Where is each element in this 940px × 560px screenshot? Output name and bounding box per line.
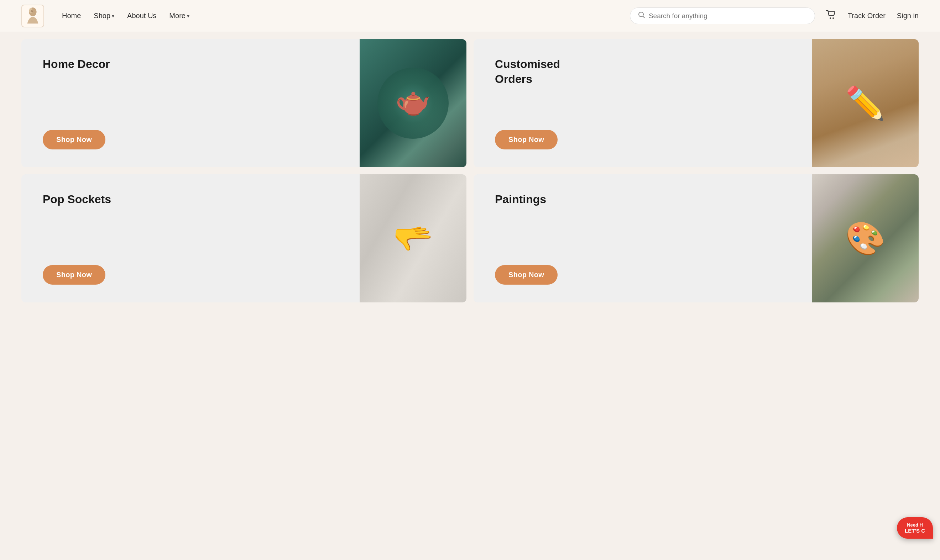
category-card-pop-sockets: Pop Sockets Shop Now [22, 174, 466, 302]
logo-box [22, 5, 44, 28]
svg-point-5 [830, 17, 831, 19]
search-bar[interactable] [630, 8, 815, 24]
card-title-pop-sockets: Pop Sockets [43, 192, 135, 207]
card-image-customised-orders [812, 39, 918, 167]
chat-widget-top-text: Need H [907, 522, 923, 528]
logo-svg [25, 7, 40, 25]
card-text-home-decor: Home Decor Shop Now [22, 39, 360, 167]
card-title-home-decor: Home Decor [43, 57, 135, 72]
main-content: Home Decor Shop Now Customised Orders Sh… [0, 32, 940, 317]
nav-links: Home Shop ▾ About Us More ▾ [62, 12, 619, 20]
nav-about[interactable]: About Us [127, 12, 156, 20]
card-title-paintings: Paintings [495, 192, 588, 207]
svg-line-4 [643, 16, 644, 18]
card-image-pop-sockets [360, 174, 466, 302]
chat-widget-bottom-text: LET'S C [905, 528, 925, 534]
svg-point-2 [31, 10, 33, 12]
card-text-paintings: Paintings Shop Now [474, 174, 812, 302]
svg-point-6 [832, 17, 834, 19]
navbar: Home Shop ▾ About Us More ▾ [0, 0, 940, 32]
category-card-customised-orders: Customised Orders Shop Now [474, 39, 918, 167]
shop-now-home-decor[interactable]: Shop Now [43, 130, 105, 149]
shop-now-paintings[interactable]: Shop Now [495, 265, 557, 285]
categories-grid: Home Decor Shop Now Customised Orders Sh… [22, 39, 918, 302]
nav-shop[interactable]: Shop ▾ [94, 12, 114, 20]
cart-icon[interactable] [826, 9, 837, 22]
card-title-customised-orders: Customised Orders [495, 57, 588, 86]
chat-widget[interactable]: Need H LET'S C [897, 517, 933, 538]
logo-area[interactable] [22, 5, 44, 28]
shop-now-pop-sockets[interactable]: Shop Now [43, 265, 105, 285]
card-image-home-decor [360, 39, 466, 167]
nav-right: Track Order Sign in [826, 9, 918, 22]
nav-home[interactable]: Home [62, 12, 81, 20]
track-order-link[interactable]: Track Order [848, 12, 886, 20]
card-image-paintings [812, 174, 918, 302]
category-card-paintings: Paintings Shop Now [474, 174, 918, 302]
category-card-home-decor: Home Decor Shop Now [22, 39, 466, 167]
nav-more[interactable]: More ▾ [169, 12, 190, 20]
sign-in-link[interactable]: Sign in [897, 12, 918, 20]
shop-chevron-icon: ▾ [112, 13, 114, 19]
shop-now-customised-orders[interactable]: Shop Now [495, 130, 557, 149]
search-icon [638, 11, 645, 20]
more-chevron-icon: ▾ [187, 13, 190, 19]
search-input[interactable] [649, 12, 807, 20]
card-text-customised-orders: Customised Orders Shop Now [474, 39, 812, 167]
card-text-pop-sockets: Pop Sockets Shop Now [22, 174, 360, 302]
